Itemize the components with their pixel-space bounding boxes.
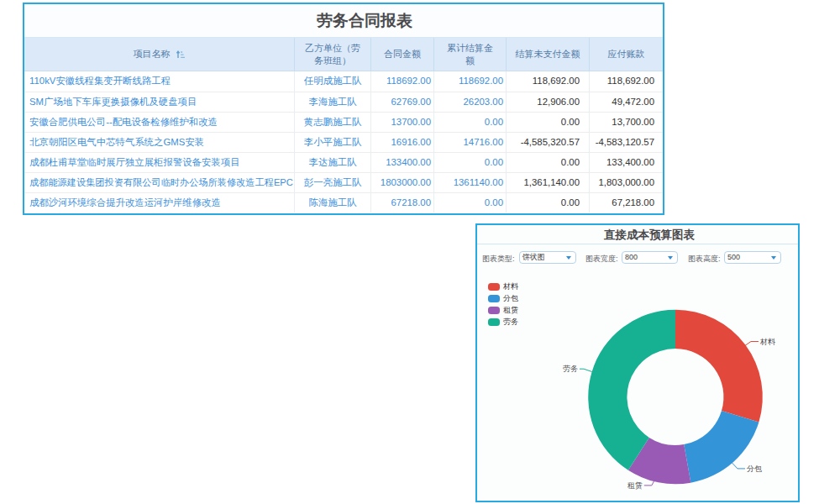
svg-text:劳务: 劳务 (563, 365, 578, 373)
svg-text:分包: 分包 (747, 465, 762, 473)
svg-text:材料: 材料 (759, 338, 775, 346)
svg-text:租赁: 租赁 (627, 481, 643, 490)
